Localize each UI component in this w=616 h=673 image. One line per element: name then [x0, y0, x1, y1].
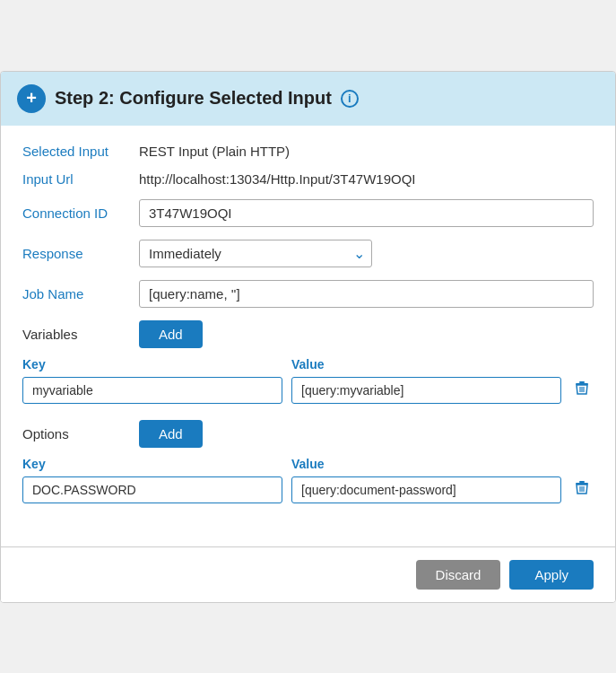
dialog-footer: Discard Apply: [1, 547, 615, 602]
variables-kv-section: Key Value: [22, 357, 594, 404]
options-row-0: [22, 476, 594, 503]
svg-rect-1: [579, 381, 585, 383]
options-value-header: Value: [291, 457, 594, 471]
variables-section-header: Variables Add: [22, 320, 594, 348]
discard-button[interactable]: Discard: [416, 560, 501, 590]
options-delete-button-0[interactable]: [570, 477, 594, 502]
connection-id-label: Connection ID: [22, 205, 139, 221]
options-add-button[interactable]: Add: [139, 420, 203, 448]
selected-input-value: REST Input (Plain HTTP): [139, 144, 290, 159]
job-name-input[interactable]: [139, 280, 594, 308]
input-url-row: Input Url http://localhost:13034/Http.In…: [22, 171, 594, 187]
trash-icon: [574, 380, 590, 396]
variables-value-input-0[interactable]: [291, 377, 561, 404]
options-key-input-0[interactable]: [22, 476, 282, 503]
svg-rect-6: [579, 481, 585, 483]
options-label: Options: [22, 426, 139, 441]
input-url-value: http://localhost:13034/Http.Input/3T47W1…: [139, 171, 416, 187]
configure-dialog: + Step 2: Configure Selected Input i Sel…: [0, 71, 616, 603]
selected-input-row: Selected Input REST Input (Plain HTTP): [22, 144, 594, 159]
variables-label: Variables: [22, 327, 139, 342]
trash-icon: [574, 479, 590, 495]
input-url-label: Input Url: [22, 171, 139, 187]
info-icon[interactable]: i: [341, 90, 359, 108]
apply-button[interactable]: Apply: [509, 560, 594, 590]
response-select[interactable]: Immediately On Completion Deferred: [139, 240, 372, 267]
variables-key-header: Key: [22, 357, 282, 371]
response-label: Response: [22, 246, 139, 261]
connection-id-row: Connection ID: [22, 199, 594, 227]
variables-delete-button-0[interactable]: [570, 378, 594, 402]
header-plus-icon: +: [17, 84, 46, 113]
variables-row-0: [22, 377, 594, 404]
options-kv-section: Key Value: [22, 457, 594, 503]
variables-add-button[interactable]: Add: [139, 320, 203, 348]
response-select-wrapper: Immediately On Completion Deferred ⌄: [139, 240, 372, 267]
connection-id-input[interactable]: [139, 199, 594, 227]
variables-kv-headers: Key Value: [22, 357, 594, 371]
job-name-label: Job Name: [22, 286, 139, 302]
variables-value-header: Value: [291, 357, 594, 371]
options-key-header: Key: [22, 457, 282, 471]
job-name-row: Job Name: [22, 280, 594, 308]
dialog-content: Selected Input REST Input (Plain HTTP) I…: [1, 126, 615, 538]
dialog-header: + Step 2: Configure Selected Input i: [1, 72, 615, 126]
selected-input-label: Selected Input: [22, 144, 139, 159]
options-value-input-0[interactable]: [291, 476, 561, 503]
response-row: Response Immediately On Completion Defer…: [22, 240, 594, 267]
dialog-title: Step 2: Configure Selected Input: [55, 88, 332, 109]
options-section-header: Options Add: [22, 420, 594, 448]
variables-key-input-0[interactable]: [22, 377, 282, 404]
options-kv-headers: Key Value: [22, 457, 594, 471]
